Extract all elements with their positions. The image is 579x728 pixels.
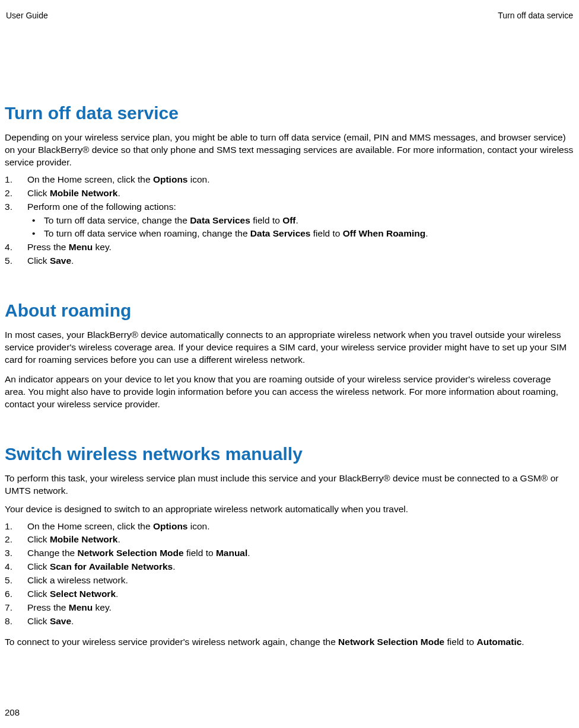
header-right: Turn off data service <box>498 11 573 20</box>
list-item: On the Home screen, click the Options ic… <box>5 521 574 533</box>
list-item: Click Mobile Network. <box>5 534 574 546</box>
section-heading: About roaming <box>5 301 574 321</box>
ordered-list: On the Home screen, click the Options ic… <box>5 174 574 267</box>
list-item: Click Scan for Available Networks. <box>5 561 574 573</box>
body-text: An indicator appears on your device to l… <box>5 373 574 411</box>
body-text: To perform this task, your wireless serv… <box>5 472 574 497</box>
list-item: To turn off data service when roaming, c… <box>27 228 574 240</box>
body-text: Depending on your wireless service plan,… <box>5 132 574 169</box>
list-item: Change the Network Selection Mode field … <box>5 547 574 560</box>
page-number: 208 <box>5 707 20 717</box>
header-left: User Guide <box>6 11 48 20</box>
page-header: User Guide Turn off data service <box>5 11 574 20</box>
list-item: Click a wireless network. <box>5 574 574 587</box>
list-item: Perform one of the following actions: To… <box>5 201 574 241</box>
section-heading: Turn off data service <box>5 103 574 123</box>
ordered-list: On the Home screen, click the Options ic… <box>5 521 574 628</box>
list-item: To turn off data service, change the Dat… <box>27 215 574 227</box>
body-text: To connect to your wireless service prov… <box>5 636 574 649</box>
body-text: In most cases, your BlackBerry® device a… <box>5 329 574 366</box>
list-item: Click Select Network. <box>5 588 574 601</box>
list-item: Click Mobile Network. <box>5 187 574 200</box>
bullet-list: To turn off data service, change the Dat… <box>27 215 574 241</box>
list-item: Press the Menu key. <box>5 241 574 254</box>
list-item: On the Home screen, click the Options ic… <box>5 174 574 186</box>
list-item: Click Save. <box>5 255 574 267</box>
list-item: Click Save. <box>5 615 574 628</box>
list-item: Press the Menu key. <box>5 602 574 614</box>
section-heading: Switch wireless networks manually <box>5 444 574 464</box>
body-text: Your device is designed to switch to an … <box>5 503 574 516</box>
